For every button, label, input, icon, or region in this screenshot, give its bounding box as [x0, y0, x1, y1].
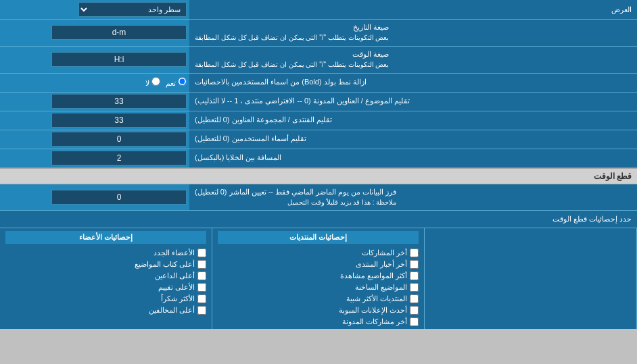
checkbox-most-thanked[interactable]: [197, 294, 206, 303]
topic-sort-label: تقليم الموضوع / العناوين المدونة (0 -- ا…: [189, 93, 637, 111]
display-select[interactable]: سطر واحد: [78, 2, 187, 17]
date-format-input-area: [0, 20, 189, 46]
forum-sort-label: تقليم الفنتدى / المجموعة العناوين (0 للت…: [189, 111, 637, 130]
topic-sort-input-area: [0, 93, 189, 111]
time-cut-header: قطع الوقت: [0, 168, 637, 184]
checkbox-item: أخر مشاركات المدونة: [218, 317, 419, 326]
username-sort-row: تقليم أسماء المستخدمين (0 للتعطيل): [0, 130, 637, 149]
cell-spacing-label: المسافة بين الخلايا (بالبكسل): [189, 149, 637, 167]
bold-remove-row: ازالة نمط بولد (Bold) من اسماء المستخدمي…: [0, 74, 637, 93]
checkbox-item: أكثر المواضيع مشاهدة: [218, 271, 419, 280]
checkbox-most-viewed[interactable]: [410, 271, 419, 280]
checkbox-item: أعلى الداعين: [5, 271, 206, 280]
checkbox-item: الأعضاء الجدد: [5, 249, 206, 257]
col2-header: إحصائيات المنتديات: [218, 231, 419, 244]
checkbox-item: أعلى المخالفين: [5, 306, 206, 315]
checkbox-item: المنتديات الأكثر شبية: [218, 294, 419, 303]
checkbox-hot-topics[interactable]: [410, 283, 419, 292]
cell-spacing-input[interactable]: [51, 151, 187, 165]
checkbox-top-inviters[interactable]: [197, 271, 206, 280]
checkbox-item: الأعلى تقييم: [5, 283, 206, 292]
checkbox-item: أخر أخبار المنتدى: [218, 260, 419, 269]
checkbox-item: المواضيع الساخنة: [218, 283, 419, 292]
time-format-input-area: [0, 47, 189, 73]
time-cut-input-area: [0, 184, 189, 211]
checkbox-item: أعلى كتاب المواضيع: [5, 260, 206, 269]
username-sort-input[interactable]: [51, 132, 187, 147]
checkboxes-header-row: حدد إحصائيات قطع الوقت: [0, 211, 637, 228]
checkbox-col-members: إحصائيات الأعضاء الأعضاء الجدد أعلى كتاب…: [0, 228, 212, 329]
checkbox-blog-posts[interactable]: [410, 317, 419, 326]
time-cut-label: فرز البيانات من يوم الماضر الماضي فقط --…: [189, 184, 637, 211]
bold-radio-group: تعم لا: [145, 77, 187, 88]
topic-sort-input[interactable]: [51, 94, 187, 109]
cell-spacing-input-area: [0, 149, 189, 167]
username-sort-label: تقليم أسماء المستخدمين (0 للتعطيل): [189, 130, 637, 149]
display-row: العرض سطر واحد: [0, 0, 637, 20]
bold-remove-options: تعم لا: [0, 74, 189, 92]
checkboxes-header-label: حدد إحصائيات قطع الوقت: [0, 212, 637, 226]
forum-sort-input-area: [0, 111, 189, 130]
date-format-input[interactable]: [51, 25, 187, 40]
checkbox-top-topic-writers[interactable]: [197, 260, 206, 269]
topic-sort-row: تقليم الموضوع / العناوين المدونة (0 -- ا…: [0, 93, 637, 111]
forum-sort-input[interactable]: [51, 113, 187, 128]
bold-yes-label: تعم: [166, 77, 187, 88]
col1-header: إحصائيات الأعضاء: [5, 231, 206, 244]
checkbox-item: أخر المشاركات: [218, 249, 419, 257]
checkbox-most-similar[interactable]: [410, 294, 419, 303]
checkbox-forum-news[interactable]: [410, 260, 419, 269]
date-format-row: صيغة التاريخبعض التكوينات يتطلب "/" التي…: [0, 20, 637, 47]
time-format-row: صيغة الوقتبعض التكوينات يتطلب "/" التي ي…: [0, 47, 637, 74]
bold-yes-radio[interactable]: [178, 77, 187, 86]
bold-no-radio[interactable]: [151, 77, 160, 86]
time-format-input[interactable]: [51, 52, 187, 67]
date-format-label: صيغة التاريخبعض التكوينات يتطلب "/" التي…: [189, 20, 637, 46]
bold-remove-label: ازالة نمط بولد (Bold) من اسماء المستخدمي…: [189, 74, 637, 92]
checkbox-columns: إحصائيات المنتديات أخر المشاركات أخر أخب…: [0, 228, 637, 329]
forum-sort-row: تقليم الفنتدى / المجموعة العناوين (0 للت…: [0, 111, 637, 130]
checkbox-top-rated[interactable]: [197, 283, 206, 292]
checkbox-item: أحدث الإعلانات المبوبة: [218, 306, 419, 315]
time-format-label: صيغة الوقتبعض التكوينات يتطلب "/" التي ي…: [189, 47, 637, 73]
cell-spacing-row: المسافة بين الخلايا (بالبكسل): [0, 149, 637, 168]
username-sort-input-area: [0, 130, 189, 149]
checkbox-top-violators[interactable]: [197, 306, 206, 315]
checkbox-new-members[interactable]: [197, 249, 206, 257]
time-cut-input[interactable]: [51, 190, 187, 205]
time-cut-row: فرز البيانات من يوم الماضر الماضي فقط --…: [0, 184, 637, 211]
bold-no-label: لا: [145, 77, 160, 88]
checkbox-item: الأكثر شكراً: [5, 294, 206, 303]
main-container: العرض سطر واحد صيغة التاريخبعض التكوينات…: [0, 0, 637, 329]
display-label: العرض: [189, 3, 637, 17]
checkbox-col-forums: إحصائيات المنتديات أخر المشاركات أخر أخب…: [212, 228, 425, 329]
checkbox-classifieds[interactable]: [410, 306, 419, 315]
checkbox-last-posts[interactable]: [410, 249, 419, 257]
checkbox-col-empty: [425, 228, 637, 329]
display-select-area: سطر واحد: [0, 0, 189, 19]
